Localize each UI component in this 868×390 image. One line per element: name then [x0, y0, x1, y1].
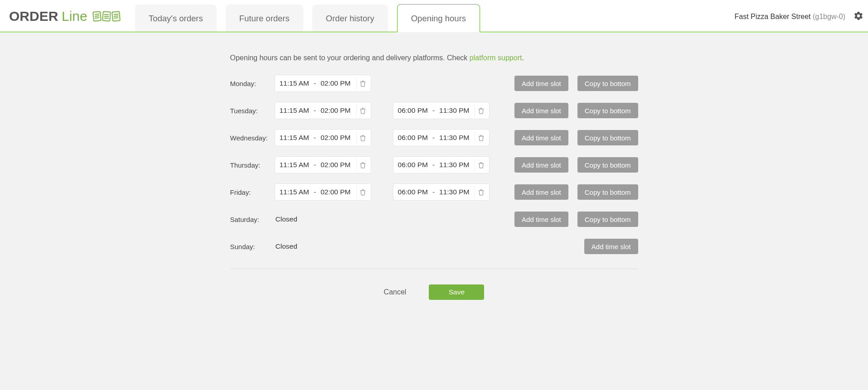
trash-icon[interactable] [356, 104, 369, 117]
time-to[interactable]: 02:00 PM [320, 187, 351, 197]
svg-line-13 [114, 18, 118, 18]
time-from[interactable]: 11:15 AM [279, 160, 310, 170]
time-to[interactable]: 02:00 PM [320, 133, 351, 143]
copy-to-bottom-button[interactable]: Copy to bottom [577, 76, 638, 91]
day-label: Saturday: [230, 216, 275, 223]
time-from[interactable]: 06:00 PM [397, 106, 429, 116]
day-actions: Add time slotCopy to bottom [514, 212, 638, 227]
time-to[interactable]: 02:00 PM [320, 160, 351, 170]
tab-opening-hours[interactable]: Opening hours [397, 4, 480, 32]
closed-text: Closed [275, 242, 297, 250]
time-slot: 06:00 PM-11:30 PM [393, 102, 490, 119]
time-to[interactable]: 02:00 PM [320, 106, 351, 116]
trash-icon[interactable] [475, 186, 487, 198]
day-actions: Add time slot [584, 239, 638, 254]
day-label: Sunday: [230, 243, 275, 250]
add-time-slot-button[interactable]: Add time slot [514, 130, 568, 145]
day-row: Sunday:ClosedAdd time slot [230, 238, 638, 255]
day-label: Monday: [230, 80, 275, 87]
time-slot: 11:15 AM-02:00 PM [275, 75, 371, 92]
trash-icon[interactable] [475, 131, 487, 144]
divider [230, 269, 638, 269]
time-slot: 11:15 AM-02:00 PM [275, 102, 371, 119]
platform-support-link[interactable]: platform support [470, 54, 522, 62]
day-row: Wednesday:11:15 AM-02:00 PM06:00 PM-11:3… [230, 129, 638, 146]
day-row: Saturday:ClosedAdd time slotCopy to bott… [230, 211, 638, 228]
day-slots: 11:15 AM-02:00 PM06:00 PM-11:30 PM [275, 183, 515, 201]
day-slots: 11:15 AM-02:00 PM06:00 PM-11:30 PM [275, 102, 515, 119]
time-from[interactable]: 06:00 PM [397, 160, 429, 170]
trash-icon[interactable] [475, 104, 487, 117]
time-to[interactable]: 11:30 PM [438, 160, 470, 170]
day-label: Wednesday: [230, 134, 275, 142]
svg-line-12 [114, 16, 118, 16]
svg-line-5 [95, 18, 99, 18]
svg-text:Line: Line [62, 9, 87, 24]
day-actions: Add time slotCopy to bottom [514, 130, 638, 145]
dash: - [313, 106, 317, 115]
time-to[interactable]: 11:30 PM [438, 133, 470, 143]
time-slot: 06:00 PM-11:30 PM [393, 156, 490, 173]
dash: - [313, 134, 317, 142]
day-actions: Add time slotCopy to bottom [514, 76, 638, 91]
day-actions: Add time slotCopy to bottom [514, 103, 638, 118]
time-slot: 11:15 AM-02:00 PM [275, 183, 371, 201]
time-slot: 11:15 AM-02:00 PM [275, 156, 371, 173]
account-name[interactable]: Fast Pizza Baker Street (g1bgw-0) [734, 13, 845, 21]
dash: - [313, 161, 317, 169]
add-time-slot-button[interactable]: Add time slot [514, 157, 568, 173]
trash-icon[interactable] [475, 159, 487, 171]
time-from[interactable]: 06:00 PM [397, 187, 429, 197]
svg-line-7 [104, 14, 109, 15]
day-label: Friday: [230, 188, 275, 196]
copy-to-bottom-button[interactable]: Copy to bottom [577, 103, 638, 118]
time-from[interactable]: 11:15 AM [279, 187, 310, 197]
tab-today-s-orders[interactable]: Today's orders [135, 5, 217, 32]
time-to[interactable]: 11:30 PM [438, 187, 470, 197]
add-time-slot-button[interactable]: Add time slot [514, 103, 568, 118]
copy-to-bottom-button[interactable]: Copy to bottom [577, 184, 638, 200]
dash: - [432, 188, 436, 196]
svg-line-4 [95, 16, 99, 16]
copy-to-bottom-button[interactable]: Copy to bottom [577, 157, 638, 173]
svg-line-3 [95, 14, 99, 14]
time-from[interactable]: 11:15 AM [279, 78, 310, 88]
dash: - [432, 106, 436, 115]
day-row: Monday:11:15 AM-02:00 PMAdd time slotCop… [230, 75, 638, 92]
time-slot: 11:15 AM-02:00 PM [275, 129, 371, 146]
dash: - [313, 79, 317, 87]
svg-text:ORDER: ORDER [9, 9, 58, 24]
time-from[interactable]: 11:15 AM [279, 106, 310, 116]
tabs: Today's ordersFuture ordersOrder history… [135, 0, 480, 32]
tab-future-orders[interactable]: Future orders [226, 5, 303, 32]
save-button[interactable]: Save [429, 284, 484, 300]
closed-text: Closed [275, 215, 297, 223]
tab-order-history[interactable]: Order history [312, 5, 388, 32]
add-time-slot-button[interactable]: Add time slot [514, 184, 568, 200]
gear-icon[interactable] [853, 11, 863, 23]
topbar: ORDER Line Today's ordersFuture ordersOr… [0, 0, 868, 32]
time-to[interactable]: 02:00 PM [320, 78, 351, 88]
logo: ORDER Line [9, 7, 121, 25]
time-from[interactable]: 06:00 PM [397, 133, 429, 143]
trash-icon[interactable] [356, 77, 369, 90]
trash-icon[interactable] [356, 131, 369, 144]
copy-to-bottom-button[interactable]: Copy to bottom [577, 130, 638, 145]
svg-line-11 [114, 14, 118, 14]
day-actions: Add time slotCopy to bottom [514, 184, 638, 200]
page-body: Opening hours can be sent to your orderi… [0, 32, 868, 390]
day-label: Thursday: [230, 161, 275, 169]
time-slot: 06:00 PM-11:30 PM [393, 183, 490, 201]
add-time-slot-button[interactable]: Add time slot [514, 212, 568, 227]
trash-icon[interactable] [356, 159, 369, 171]
time-to[interactable]: 11:30 PM [438, 106, 470, 116]
add-time-slot-button[interactable]: Add time slot [514, 76, 568, 91]
time-slot: 06:00 PM-11:30 PM [393, 129, 490, 146]
trash-icon[interactable] [356, 186, 369, 198]
copy-to-bottom-button[interactable]: Copy to bottom [577, 212, 638, 227]
day-row: Tuesday:11:15 AM-02:00 PM06:00 PM-11:30 … [230, 102, 638, 119]
cancel-button[interactable]: Cancel [384, 288, 407, 296]
svg-line-8 [104, 16, 109, 17]
add-time-slot-button[interactable]: Add time slot [584, 239, 638, 254]
time-from[interactable]: 11:15 AM [279, 133, 310, 143]
